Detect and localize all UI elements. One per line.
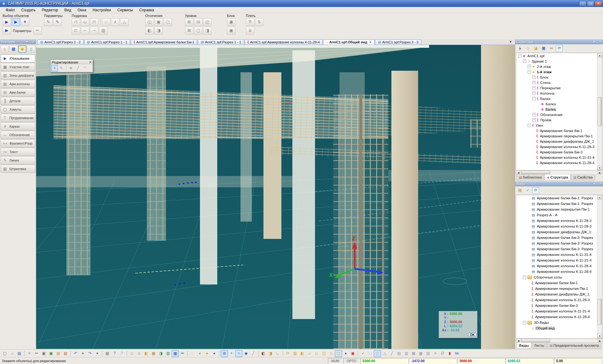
undo-drop-button[interactable]: ▾ (79, 350, 86, 357)
trim-hatch-button[interactable]: ▨ (99, 27, 108, 35)
box-select-button[interactable]: ▣ (349, 350, 357, 357)
tree-row[interactable]: +{Стена (516, 80, 602, 85)
rebar-colors-button[interactable]: ▮ (446, 350, 453, 357)
move-copy-button[interactable]: ▷ (313, 350, 320, 357)
tree-row[interactable]: ξАрмирование колонны К-11-31-4 (516, 155, 602, 160)
panel-tab-2[interactable]: ▤Свойства (571, 174, 595, 180)
tree-row[interactable]: ξАрмирование балки Бм-3 (516, 303, 602, 308)
mode-sheet-icon[interactable]: ▯ (27, 45, 35, 53)
tree-row[interactable]: +{Проём (516, 117, 602, 123)
layers-button[interactable]: ▥ (403, 350, 410, 357)
syringe-button[interactable]: ✎ (53, 18, 62, 26)
tree-row[interactable]: −◈ArmC1.spf (516, 53, 602, 58)
stack-button[interactable]: ◫ (320, 350, 328, 357)
new-file-button[interactable]: ▢ (1, 350, 8, 357)
block-paste-button[interactable]: ▣ (227, 27, 235, 35)
tree-expander-plus[interactable]: + (532, 75, 536, 79)
tree-expander-minus[interactable]: − (523, 59, 526, 63)
filter-tree-icon[interactable]: {▾ (517, 45, 523, 52)
panel-tab-1[interactable]: Листы (532, 343, 547, 349)
panel-close-icon[interactable]: ✕ (599, 182, 602, 185)
trim-top-button[interactable]: ⊓ (72, 18, 80, 26)
tree-row[interactable]: ξАрмирование балки Бм-1 (516, 280, 602, 286)
trim-both-button[interactable]: ⊓ (90, 18, 98, 26)
menu-item-3[interactable]: Вид (61, 7, 75, 13)
sidebar-tool-12[interactable]: ✎Линия (1, 156, 35, 164)
tree-row[interactable]: +◆2-й этаж (516, 64, 602, 69)
tree-row[interactable]: −Сборочные узлы (516, 274, 602, 280)
columns-2-button[interactable]: ▩ (417, 350, 424, 357)
sidebar-tool-7[interactable]: ⊤Продавливание (1, 114, 35, 122)
view-textured-button[interactable]: ▦ (150, 350, 157, 357)
sidebar-tool-2[interactable]: ▥Зоны диафрагм (1, 71, 35, 80)
print-button[interactable]: ▤ (104, 350, 111, 357)
panel-tab-1[interactable]: ◈Структура (545, 174, 571, 180)
clip-4-button[interactable]: ◧ (145, 27, 154, 35)
tree-row[interactable]: −{Балка (516, 96, 602, 101)
array-linear-button[interactable]: ▥ (291, 350, 299, 357)
tree-row[interactable]: ξАрмирование колонны К-11-31-4 (516, 308, 602, 314)
apply-button[interactable]: ✓ (359, 350, 367, 357)
trim-beam-2-button[interactable]: ⌐ (81, 27, 89, 35)
select-filter-button[interactable]: ▼ (21, 18, 29, 26)
level-6-button[interactable]: ◨ (203, 27, 212, 35)
view-props-icon[interactable]: ▤ (517, 187, 523, 194)
tree-vscrollbar[interactable]: ▲▼ (597, 53, 602, 170)
find-icon[interactable]: ∞ (548, 45, 555, 52)
edit-scissors-button[interactable]: ✂ (33, 27, 42, 35)
poly-edit-button[interactable]: ▢ (335, 350, 342, 357)
view-edges-button[interactable]: ▥ (164, 350, 172, 357)
scroll-thumb[interactable] (598, 299, 602, 325)
sidebar-tool-5[interactable]: ║Детали (1, 97, 35, 105)
datum-mark-button[interactable]: ∟ (274, 350, 281, 357)
view-transparent-button[interactable]: ◨ (157, 350, 164, 357)
scroll-up-arrow[interactable]: ▲ (597, 53, 602, 58)
panel-pin-icon[interactable]: ⊥ (596, 40, 599, 43)
tree-expander-plus[interactable]: + (532, 118, 536, 122)
tree-row[interactable]: ▤Армирование балки Бм-3: Разрез (516, 240, 602, 246)
tree-expander-minus[interactable]: − (532, 97, 536, 100)
mode-building-icon[interactable]: ⌂ (1, 45, 9, 53)
paste-button[interactable]: ▤ (55, 350, 62, 357)
sidebar-tool-1[interactable]: ▦Участки плит (1, 63, 35, 71)
snap-free-button[interactable]: ╱ (250, 350, 257, 357)
slope-button[interactable]: ╱ (75, 65, 81, 71)
tree-row[interactable]: ▤Армирование диафрагмы ДЖ_1: (516, 229, 602, 235)
help-button[interactable]: ? (111, 350, 118, 357)
menu-item-1[interactable]: Создать (18, 7, 39, 13)
roof-flat-button[interactable]: △ (120, 18, 129, 26)
tree-row[interactable]: ξАрмирование перекрытия Пм-1 (516, 133, 602, 139)
menu-item-7[interactable]: Справка (136, 7, 157, 13)
redo-button[interactable]: ↷ (86, 350, 94, 357)
pointer-mini-button[interactable]: ▶ (3, 27, 11, 35)
panel-pin-icon[interactable]: ⊥ (29, 40, 31, 43)
tree-expander-minus[interactable]: − (528, 124, 531, 127)
panel-tab-2[interactable]: ▤Предварительный просмотр (547, 343, 601, 349)
scroll-up-arrow[interactable]: ▲ (597, 195, 602, 200)
snap-node-button[interactable]: + (228, 350, 235, 357)
cut-button[interactable]: ✂ (33, 350, 40, 357)
array-rotate-button[interactable]: ⟳ (284, 350, 291, 357)
sidebar-tool-4[interactable]: ⊟Арм.балки (1, 88, 35, 97)
refresh-icon[interactable]: ⟳ (556, 45, 563, 52)
tree-row[interactable]: ▤Армирование колонны К-11-28-4 (516, 263, 602, 269)
view-wireframe-button[interactable]: □ (128, 350, 136, 357)
tree-expander-plus[interactable]: + (532, 113, 536, 116)
clip-5-button[interactable]: ◨ (154, 27, 163, 35)
clip-3-button[interactable]: ▢ (163, 18, 172, 26)
document-tab-2[interactable]: ξArmC1.spf:Армирование балки Бм-1 (131, 39, 197, 45)
arc-button[interactable]: ◠ (81, 65, 88, 71)
measure-button[interactable]: ╱ (388, 350, 396, 357)
chain-updown-button[interactable]: ⇅ (255, 18, 263, 26)
tree-row[interactable]: ⌂Общий вид (516, 325, 602, 331)
show-all-button[interactable]: ● (211, 350, 218, 357)
viewport-3d[interactable]: Z X Y Редактирование ✕ +↻⊗╱◠ X :5300.00Y… (36, 45, 515, 349)
mirror-button[interactable]: ◧ (299, 350, 306, 357)
view-hidden-line-button[interactable]: ◇ (136, 350, 143, 357)
tree-expander-plus[interactable]: + (528, 65, 531, 68)
flip-button[interactable]: ◇ (328, 350, 335, 357)
level-3-button[interactable]: ◫ (203, 18, 212, 26)
tree-row[interactable]: −⌂Здание 1 (516, 58, 602, 64)
scroll-thumb[interactable] (598, 97, 602, 126)
tree-row[interactable]: ξАрмирование диафрагмы ДЖ_1 (516, 139, 602, 144)
